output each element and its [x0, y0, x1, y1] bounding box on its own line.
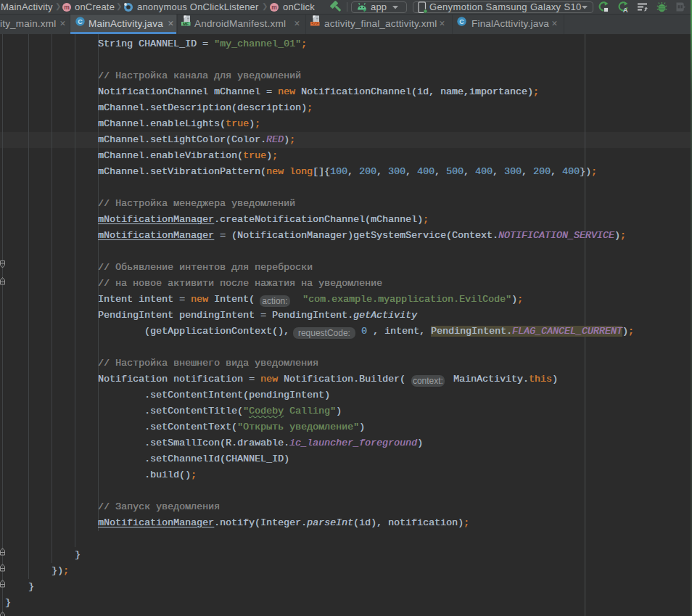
svg-text:m: m — [271, 4, 277, 11]
svg-text:C: C — [78, 18, 83, 25]
svg-text:</>: </> — [311, 22, 318, 26]
svg-text:C: C — [459, 18, 464, 25]
svg-text:A: A — [623, 6, 628, 12]
svg-text:MF: MF — [183, 22, 189, 26]
svg-text:m: m — [64, 4, 70, 11]
